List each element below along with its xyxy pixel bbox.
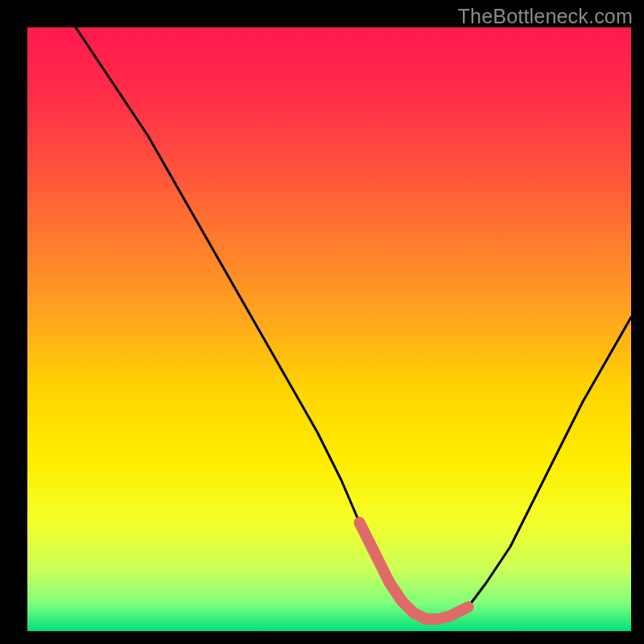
bottleneck-curve (76, 27, 631, 619)
curve-layer (27, 27, 631, 631)
chart-frame: TheBottleneck.com (0, 0, 644, 644)
plot-area (27, 27, 631, 631)
watermark-text: TheBottleneck.com (458, 5, 633, 28)
optimal-flat-region (360, 522, 469, 619)
